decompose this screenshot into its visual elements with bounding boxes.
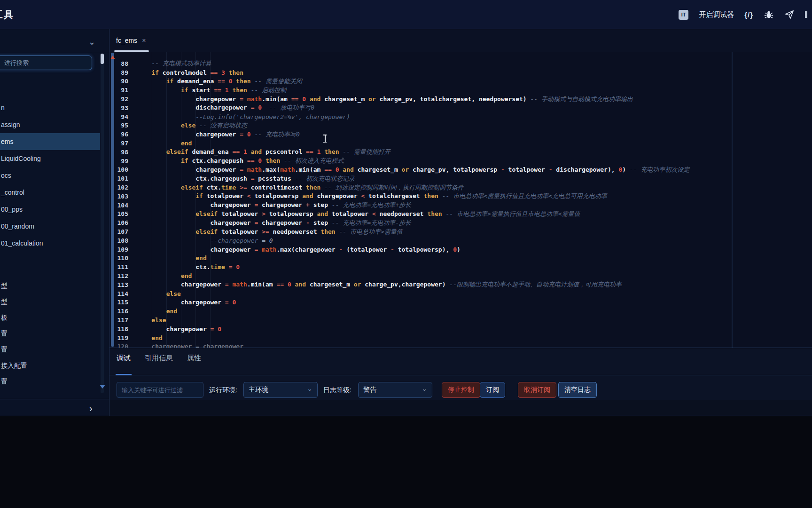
bug-icon[interactable] xyxy=(764,9,774,20)
code-text: chargepower = chargepower + step -- 充电功率… xyxy=(137,201,411,209)
code-text: if demand_ena == 0 then -- 需量使能关闭 xyxy=(137,77,302,86)
line-number: 97 xyxy=(109,140,128,147)
button-取消订阅[interactable]: 取消订阅 xyxy=(518,382,556,398)
code-braces-icon[interactable]: {/} xyxy=(744,11,753,19)
log-level-select[interactable]: 警告 ⌄ xyxy=(358,382,432,398)
chevron-down-icon: ⌄ xyxy=(422,385,427,392)
code-line: 92 chargepower = math.min(am == 0 and ch… xyxy=(109,95,810,103)
code-editor[interactable]: 88 -- 充电模式功率计算89 if controlmodel == 3 th… xyxy=(109,52,812,348)
sidebar-item-板[interactable]: 板 xyxy=(0,310,100,325)
code-line: 112 end xyxy=(109,271,810,280)
it-badge-icon[interactable]: IT xyxy=(679,10,688,20)
chevron-down-icon: ⌄ xyxy=(307,385,312,392)
active-panel-tab-underline xyxy=(116,374,132,375)
code-line: 119 end xyxy=(109,333,810,342)
panel-toolbar: 运行环境: 主环境 ⌄ 日志等级: 警告 ⌄ 停止控制订阅取消订阅清空日志 xyxy=(117,382,807,399)
sidebar-item-00_random[interactable]: 00_random xyxy=(0,218,100,235)
button-订阅[interactable]: 订阅 xyxy=(480,382,505,398)
line-number: 100 xyxy=(109,166,128,173)
sidebar-collapse-icon[interactable]: › xyxy=(89,403,93,414)
code-text: end xyxy=(137,272,192,279)
sidebar-scrollbar-thumb[interactable] xyxy=(101,54,104,64)
button-停止控制[interactable]: 停止控制 xyxy=(442,382,480,398)
code-line: 94 --Log.info('chargepower2=%v', chargep… xyxy=(109,112,810,121)
env-select[interactable]: 主环境 ⌄ xyxy=(243,382,318,398)
code-line: 114 else xyxy=(109,289,810,298)
log-level-label: 日志等级: xyxy=(323,382,351,398)
log-filter-input[interactable] xyxy=(117,382,203,398)
code-line: 99 if ctx.chargepush == 0 then -- 初次进入充电… xyxy=(109,157,810,166)
editor-tabbar: fc_ems × xyxy=(109,29,812,52)
line-number: 105 xyxy=(109,210,128,217)
line-number: 118 xyxy=(109,325,128,333)
sidebar-item-n[interactable]: n xyxy=(0,99,100,116)
line-number: 102 xyxy=(109,184,128,191)
code-text: end xyxy=(137,334,163,341)
line-number: 110 xyxy=(109,254,128,262)
code-line: 117 else xyxy=(109,316,810,325)
line-number: 90 xyxy=(109,78,128,85)
sidebar-scrollbar-track[interactable] xyxy=(101,54,104,393)
sidebar-item-型[interactable]: 型 xyxy=(0,278,100,294)
code-text: --Log.info('chargepower2=%v', chargepowe… xyxy=(137,113,350,120)
code-line: 120 chargepower = chargepower xyxy=(109,342,810,348)
code-text: if start == 1 then -- 启动控制 xyxy=(137,86,286,95)
panel-tab-属性[interactable]: 属性 xyxy=(187,354,201,367)
code-line: 115 chargepower = 0 xyxy=(109,298,810,307)
sidebar-item-接入配置[interactable]: 接入配置 xyxy=(0,357,100,373)
code-line: 100 chargepower = math.max(math.min(am =… xyxy=(109,166,810,175)
line-number: 117 xyxy=(109,317,128,324)
sidebar-list: nassignemsLiquidCoolingocs_control00_pps… xyxy=(0,82,100,269)
sidebar-item-ocs[interactable]: ocs xyxy=(0,167,100,184)
sidebar-item[interactable] xyxy=(0,82,100,99)
sidebar-item-置[interactable]: 置 xyxy=(0,341,100,357)
sidebar-item-_control[interactable]: _control xyxy=(0,184,100,201)
sidebar-search-input[interactable] xyxy=(0,56,92,70)
sidebar-item-置[interactable]: 置 xyxy=(0,373,100,389)
text-cursor-icon xyxy=(323,135,327,143)
code-line: 107 elseif totalpower >= needpowerset th… xyxy=(109,227,810,236)
code-line: 116 end xyxy=(109,307,810,316)
code-line: 103 if totalpower < totalpowersp and cha… xyxy=(109,192,810,201)
code-line: 91 if start == 1 then -- 启动控制 xyxy=(109,86,810,95)
panel-tab-调试[interactable]: 调试 xyxy=(117,354,131,367)
sidebar-item-置[interactable]: 置 xyxy=(0,325,100,341)
code-text: chargepower = chargepower xyxy=(137,343,243,348)
code-text: chargepower = math.min(am == 0 and charg… xyxy=(137,280,622,289)
clipped-header-item xyxy=(805,11,807,18)
sidebar-item-01_calculation[interactable]: 01_calculation xyxy=(0,235,100,252)
log-level-value: 警告 xyxy=(363,386,376,394)
sidebar-item[interactable] xyxy=(0,252,100,269)
button-清空日志[interactable]: 清空日志 xyxy=(558,382,597,398)
line-number: 120 xyxy=(109,343,128,348)
open-debugger-button[interactable]: 开启调试器 xyxy=(699,10,734,19)
panel-tabs: 调试引用信息属性 xyxy=(117,354,201,367)
sidebar-item-LiquidCooling[interactable]: LiquidCooling xyxy=(0,150,100,167)
tab-close-icon[interactable]: × xyxy=(142,37,146,44)
sidebar-item-型[interactable]: 型 xyxy=(0,294,100,310)
panel-tab-引用信息[interactable]: 引用信息 xyxy=(145,354,173,367)
code-lines[interactable]: 88 -- 充电模式功率计算89 if controlmodel == 3 th… xyxy=(109,59,810,348)
line-number: 101 xyxy=(109,175,128,182)
code-text: chargepower = math.max(chargepower - (to… xyxy=(137,246,461,253)
send-icon[interactable] xyxy=(784,9,795,20)
line-number: 96 xyxy=(109,131,128,138)
sidebar: ⌄ nassignemsLiquidCoolingocs_control00_p… xyxy=(0,29,109,417)
sidebar-scroll-down-icon[interactable] xyxy=(100,385,105,389)
chevron-down-icon[interactable]: ⌄ xyxy=(88,37,95,47)
tab-fc-ems[interactable]: fc_ems × xyxy=(116,29,146,52)
code-text: chargepower = chargepower - step -- 充电功率… xyxy=(137,219,411,227)
code-text: else xyxy=(137,290,181,297)
line-number: 103 xyxy=(109,193,128,200)
code-line: 108 --chargepower = 0 xyxy=(109,236,810,245)
sidebar-item-00_pps[interactable]: 00_pps xyxy=(0,201,100,218)
sidebar-item-assign[interactable]: assign xyxy=(0,116,100,133)
line-number: 119 xyxy=(109,334,128,341)
editor-scroll-marker-icon xyxy=(110,56,115,59)
sidebar-item-ems[interactable]: ems xyxy=(0,133,100,150)
log-output-area xyxy=(109,400,812,415)
code-text: chargepower = math.max(math.min(am == 0 … xyxy=(137,166,689,174)
code-text: end xyxy=(137,308,177,315)
code-text: elseif totalpower >= needpowerset then -… xyxy=(137,228,403,236)
code-line: 110 end xyxy=(109,254,810,263)
